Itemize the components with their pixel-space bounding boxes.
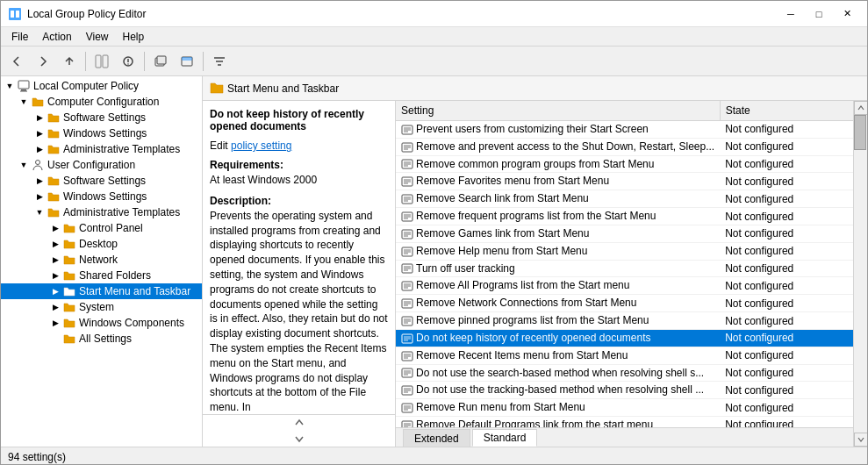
desc-scroll-up-btn[interactable] xyxy=(291,415,307,431)
tab-extended[interactable]: Extended xyxy=(403,429,470,447)
policy-item-icon xyxy=(401,367,413,379)
tree-item-windows-settings-uc[interactable]: ▶ Windows Settings xyxy=(1,189,202,204)
new-window-icon xyxy=(154,54,168,68)
folder-icon-at-uc xyxy=(47,205,61,219)
desc-requirements-text: At least Windows 2000 xyxy=(210,173,388,188)
scroll-down-arrow-icon xyxy=(857,436,864,443)
table-row[interactable]: Remove frequent programs list from the S… xyxy=(396,208,853,225)
table-row[interactable]: Turn off user trackingNot configured xyxy=(396,260,853,277)
toolbar-properties-button[interactable] xyxy=(116,50,140,73)
expand-at-cc[interactable]: ▶ xyxy=(32,142,47,156)
table-row[interactable]: Remove pinned programs list from the Sta… xyxy=(396,312,853,330)
tree-item-software-settings-cc[interactable]: ▶ Software Settings xyxy=(1,110,202,125)
expand-start-menu[interactable]: ▶ xyxy=(48,284,62,298)
table-row[interactable]: Remove Recent Items menu from Start Menu… xyxy=(396,347,853,364)
table-row[interactable]: Remove Network Connections from Start Me… xyxy=(396,295,853,312)
tree-item-all-settings[interactable]: ▶ All Settings xyxy=(1,331,202,347)
tree-item-system[interactable]: ▶ System xyxy=(1,299,202,315)
toolbar-back-button[interactable] xyxy=(4,50,29,73)
toolbar-new-window-button[interactable] xyxy=(148,50,173,73)
tree-item-admin-templates-uc[interactable]: ▼ Administrative Templates xyxy=(1,204,202,220)
expand-network[interactable]: ▶ xyxy=(48,253,62,267)
expand-user-config[interactable]: ▼ xyxy=(17,158,31,172)
settings-table-header: Setting State xyxy=(396,101,853,121)
col-header-setting[interactable]: Setting xyxy=(396,101,720,121)
table-row[interactable]: Do not use the tracking-based method whe… xyxy=(396,382,853,399)
tree-item-user-config[interactable]: ▼ User Configuration xyxy=(1,157,202,173)
maximize-button[interactable]: □ xyxy=(806,5,832,23)
scroll-down-icon xyxy=(293,433,305,445)
toolbar-up-button[interactable] xyxy=(57,50,82,73)
tree-item-computer-config[interactable]: ▼ Computer Configuration xyxy=(1,94,202,110)
desc-scroll-down-btn[interactable] xyxy=(291,431,307,447)
tree-item-network[interactable]: ▶ Network xyxy=(1,252,202,268)
tree-item-shared-folders[interactable]: ▶ Shared Folders xyxy=(1,268,202,283)
table-row[interactable]: Do not use the search-based method when … xyxy=(396,364,853,382)
table-row[interactable]: Remove and prevent access to the Shut Do… xyxy=(396,138,853,155)
settings-list-container[interactable]: Setting State Prevent users from customi… xyxy=(396,101,853,427)
table-row[interactable]: Remove common program groups from Start … xyxy=(396,155,853,173)
menu-help[interactable]: Help xyxy=(116,29,152,45)
setting-state-cell: Not configured xyxy=(720,312,853,330)
setting-name-cell: Remove and prevent access to the Shut Do… xyxy=(396,138,720,155)
toolbar-forward-button[interactable] xyxy=(31,50,55,73)
tab-standard[interactable]: Standard xyxy=(472,429,538,447)
scroll-thumb[interactable] xyxy=(854,115,866,150)
tab-standard-label: Standard xyxy=(484,432,527,444)
expand-desktop[interactable]: ▶ xyxy=(48,237,62,251)
expand-at-uc[interactable]: ▼ xyxy=(32,205,47,219)
expand-ss-cc[interactable]: ▶ xyxy=(32,111,47,125)
table-row[interactable]: Do not keep history of recently opened d… xyxy=(396,329,853,347)
tree-item-desktop[interactable]: ▶ Desktop xyxy=(1,236,202,252)
tree-item-start-menu[interactable]: ▶ Start Menu and Taskbar xyxy=(1,283,202,299)
svg-rect-2 xyxy=(16,11,19,18)
tree-item-admin-templates-cc[interactable]: ▶ Administrative Templates xyxy=(1,141,202,157)
table-row[interactable]: Remove All Programs list from the Start … xyxy=(396,277,853,295)
close-button[interactable]: ✕ xyxy=(834,5,860,23)
tree-item-windows-components[interactable]: ▶ Windows Components xyxy=(1,315,202,331)
expand-cp[interactable]: ▶ xyxy=(48,221,62,235)
toolbar xyxy=(1,46,867,76)
table-row[interactable]: Remove Run menu from Start MenuNot confi… xyxy=(396,399,853,417)
menu-file[interactable]: File xyxy=(4,29,35,45)
table-row[interactable]: Remove Games link from Start MenuNot con… xyxy=(396,225,853,242)
settings-scrollbar[interactable] xyxy=(853,101,867,447)
table-row[interactable]: Remove Default Programs link from the st… xyxy=(396,417,853,427)
scroll-up-button[interactable] xyxy=(854,101,868,115)
expand-computer-config[interactable]: ▼ xyxy=(17,95,31,109)
col-header-state[interactable]: State xyxy=(720,101,853,121)
tree-item-windows-settings-cc[interactable]: ▶ Windows Settings xyxy=(1,125,202,141)
scroll-track[interactable] xyxy=(854,115,867,433)
tree-item-software-settings-uc[interactable]: ▶ Software Settings xyxy=(1,173,202,189)
minimize-button[interactable]: ─ xyxy=(778,5,804,23)
expand-system[interactable]: ▶ xyxy=(48,300,62,314)
expand-local-policy[interactable]: ▼ xyxy=(3,79,17,93)
expand-ws-cc[interactable]: ▶ xyxy=(32,126,47,140)
tab-extended-label: Extended xyxy=(414,433,459,445)
expand-shared-folders[interactable]: ▶ xyxy=(48,268,62,283)
tree-label-shared-folders: Shared Folders xyxy=(79,269,151,282)
expand-win-components[interactable]: ▶ xyxy=(48,316,62,330)
setting-name-text: Do not keep history of recently opened d… xyxy=(416,332,651,344)
toolbar-filter-button[interactable] xyxy=(207,50,232,73)
scroll-down-button[interactable] xyxy=(854,433,868,447)
svg-rect-3 xyxy=(96,55,101,68)
expand-ws-uc[interactable]: ▶ xyxy=(32,190,47,204)
tree-label-cp: Control Panel xyxy=(79,222,143,234)
table-row[interactable]: Remove Search link from Start MenuNot co… xyxy=(396,190,853,208)
table-row[interactable]: Remove Help menu from Start MenuNot conf… xyxy=(396,242,853,260)
menu-view[interactable]: View xyxy=(79,29,116,45)
tree-label-ss-uc: Software Settings xyxy=(63,175,146,187)
table-row[interactable]: Prevent users from customizing their Sta… xyxy=(396,121,853,139)
setting-name-text: Remove Search link from Start Menu xyxy=(416,192,589,204)
menu-action[interactable]: Action xyxy=(35,29,78,45)
toolbar-show-hide-button[interactable] xyxy=(90,50,114,73)
desc-policy-link[interactable]: policy setting xyxy=(231,140,291,152)
toolbar-new-window2-button[interactable] xyxy=(175,50,199,73)
svg-rect-14 xyxy=(20,91,27,92)
tree-item-local-policy[interactable]: ▼ Local Computer Policy xyxy=(1,78,202,94)
tree-item-control-panel[interactable]: ▶ Control Panel xyxy=(1,220,202,236)
table-row[interactable]: Remove Favorites menu from Start MenuNot… xyxy=(396,173,853,190)
setting-state-cell: Not configured xyxy=(720,347,853,364)
expand-ss-uc[interactable]: ▶ xyxy=(32,174,47,188)
